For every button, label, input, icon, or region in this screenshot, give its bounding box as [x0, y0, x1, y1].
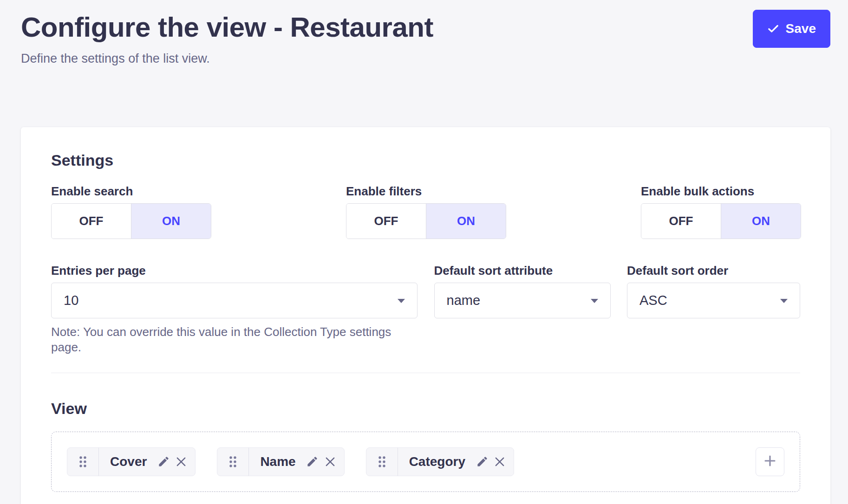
- save-button-label: Save: [786, 21, 816, 36]
- default-sort-attribute-field: Default sort attribute name: [434, 263, 611, 355]
- field-label: Default sort attribute: [434, 263, 611, 278]
- enable-filters-field: Enable filters OFF ON: [346, 184, 506, 239]
- drag-handle-icon[interactable]: [67, 448, 99, 476]
- toggle-off-option[interactable]: OFF: [641, 204, 721, 239]
- enable-search-field: Enable search OFF ON: [51, 184, 211, 239]
- chevron-down-icon: [591, 299, 598, 303]
- default-sort-order-select[interactable]: ASC: [627, 283, 800, 318]
- view-heading: View: [51, 399, 800, 419]
- check-icon: [767, 23, 779, 35]
- edit-pencil-icon[interactable]: [156, 454, 171, 469]
- toggle-row: Enable search OFF ON Enable filters OFF …: [51, 184, 800, 239]
- add-field-button[interactable]: [756, 447, 784, 476]
- plus-icon: [763, 453, 777, 470]
- entries-per-page-field: Entries per page 10 Note: You can overri…: [51, 263, 417, 355]
- chevron-down-icon: [398, 299, 405, 303]
- default-sort-order-field: Default sort order ASC: [627, 263, 800, 355]
- select-value: ASC: [639, 293, 667, 308]
- toggle-on-option[interactable]: ON: [721, 204, 801, 239]
- enable-search-toggle: OFF ON: [51, 203, 211, 239]
- edit-pencil-icon[interactable]: [305, 454, 320, 469]
- drag-handle-icon[interactable]: [217, 448, 249, 476]
- entries-per-page-select[interactable]: 10: [51, 283, 417, 318]
- field-chip-cover[interactable]: Cover: [67, 447, 196, 476]
- select-row: Entries per page 10 Note: You can overri…: [51, 263, 800, 355]
- field-chip-label: Cover: [110, 454, 147, 469]
- edit-pencil-icon[interactable]: [475, 454, 489, 469]
- section-divider: [51, 373, 800, 373]
- field-chip-name[interactable]: Name: [217, 447, 344, 476]
- select-value: 10: [64, 293, 78, 308]
- enable-bulk-actions-field: Enable bulk actions OFF ON: [641, 184, 801, 239]
- remove-x-icon[interactable]: [323, 454, 338, 469]
- enable-bulk-actions-toggle: OFF ON: [641, 203, 801, 239]
- settings-heading: Settings: [51, 150, 800, 170]
- field-label: Entries per page: [51, 263, 417, 278]
- toggle-off-option[interactable]: OFF: [346, 204, 426, 239]
- chevron-down-icon: [780, 299, 788, 303]
- field-chip-label: Name: [260, 454, 295, 469]
- toggle-on-option[interactable]: ON: [426, 204, 506, 239]
- page-title: Configure the view - Restaurant: [21, 10, 433, 45]
- field-label: Enable search: [51, 184, 211, 199]
- header-text: Configure the view - Restaurant Define t…: [21, 10, 433, 67]
- settings-card: Settings Enable search OFF ON Enable fil…: [21, 127, 830, 504]
- field-label: Default sort order: [627, 263, 800, 278]
- remove-x-icon[interactable]: [174, 454, 189, 469]
- default-sort-attribute-select[interactable]: name: [434, 283, 611, 318]
- drag-handle-icon[interactable]: [366, 448, 398, 476]
- remove-x-icon[interactable]: [492, 454, 507, 469]
- page-subtitle: Define the settings of the list view.: [21, 51, 433, 67]
- configure-view-page: Configure the view - Restaurant Define t…: [0, 0, 848, 504]
- field-label: Enable filters: [346, 184, 506, 199]
- toggle-on-option[interactable]: ON: [131, 204, 211, 239]
- select-value: name: [447, 293, 481, 308]
- field-label: Enable bulk actions: [641, 184, 801, 199]
- header: Configure the view - Restaurant Define t…: [0, 0, 848, 67]
- entries-per-page-hint: Note: You can override this value in the…: [51, 324, 417, 355]
- field-chip-label: Category: [409, 454, 465, 469]
- displayed-fields-drop-zone: Cover Name: [51, 432, 800, 492]
- toggle-off-option[interactable]: OFF: [52, 204, 131, 239]
- enable-filters-toggle: OFF ON: [346, 203, 506, 239]
- save-button[interactable]: Save: [753, 10, 830, 48]
- field-chip-category[interactable]: Category: [366, 447, 514, 476]
